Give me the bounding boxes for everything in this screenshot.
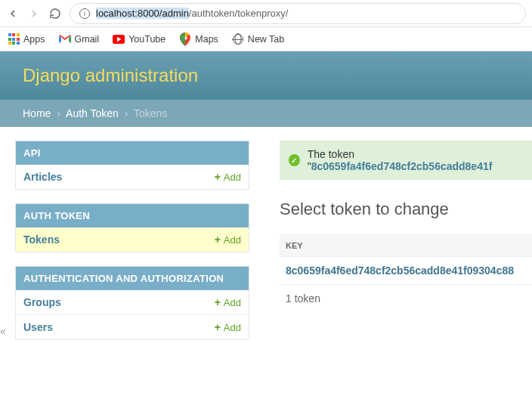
bookmark-maps-label: Maps: [195, 34, 218, 45]
module-auth-token: AUTH TOKEN Tokens +Add: [15, 203, 249, 252]
bookmarks-bar: Apps Gmail YouTube Maps New Tab: [0, 27, 532, 51]
sidebar-row-articles: Articles +Add: [16, 165, 249, 189]
sidebar-row-users: Users +Add: [16, 314, 249, 339]
plus-icon: +: [215, 233, 221, 246]
bookmark-youtube-label: YouTube: [128, 34, 165, 45]
success-message: ✓ The token "8c0659fa4f6ed748cf2cb56cadd…: [280, 141, 532, 180]
url-bar[interactable]: i localhost:8000/admin/authtoken/tokenpr…: [70, 3, 526, 24]
model-link-tokens[interactable]: Tokens: [23, 233, 60, 246]
success-token-link[interactable]: 8c0659fa4f6ed748cf2cb56cadd8e41f: [311, 160, 493, 172]
sidebar-row-tokens: Tokens +Add: [16, 227, 249, 252]
bookmark-maps[interactable]: Maps: [179, 33, 218, 45]
module-auth-token-caption: AUTH TOKEN: [16, 204, 249, 227]
success-text: The token "8c0659fa4f6ed748cf2cb56cadd8e…: [308, 148, 523, 172]
check-icon: ✓: [289, 154, 300, 166]
model-link-articles[interactable]: Articles: [23, 171, 62, 183]
bookmark-youtube[interactable]: YouTube: [113, 33, 165, 45]
bookmark-new-tab[interactable]: New Tab: [232, 33, 284, 45]
apps-icon: [8, 33, 20, 45]
add-link-tokens[interactable]: +Add: [215, 233, 241, 246]
add-link-groups[interactable]: +Add: [215, 296, 241, 308]
add-label: Add: [224, 322, 241, 333]
browser-toolbar: i localhost:8000/admin/authtoken/tokenpr…: [0, 0, 532, 27]
token-row-link[interactable]: 8c0659fa4f6ed748cf2cb56cadd8e41f09304c88: [286, 264, 514, 277]
model-link-groups[interactable]: Groups: [23, 296, 61, 308]
reload-button[interactable]: [48, 7, 62, 20]
module-api: API Articles +Add: [15, 141, 249, 190]
plus-icon: +: [215, 171, 221, 183]
page-title: Select token to change: [280, 199, 532, 219]
add-label: Add: [224, 172, 241, 183]
bookmark-new-tab-label: New Tab: [248, 34, 284, 45]
forward-button[interactable]: [27, 7, 41, 20]
site-title[interactable]: Django administration: [23, 65, 509, 86]
breadcrumb-home[interactable]: Home: [23, 107, 51, 119]
add-label: Add: [224, 234, 241, 246]
sidebar-collapse-handle[interactable]: «: [0, 325, 6, 337]
bookmark-gmail-label: Gmail: [75, 34, 100, 45]
django-admin-header: Django administration: [0, 51, 532, 100]
youtube-icon: [113, 33, 125, 45]
module-auth-caption: AUTHENTICATION AND AUTHORIZATION: [16, 267, 249, 290]
plus-icon: +: [215, 296, 221, 308]
bookmark-apps-label: Apps: [23, 34, 45, 45]
breadcrumb: Home › Auth Token › Tokens: [0, 100, 532, 127]
bookmark-gmail[interactable]: Gmail: [59, 33, 100, 45]
bookmark-apps[interactable]: Apps: [8, 33, 45, 45]
result-count: 1 token: [280, 284, 532, 305]
maps-icon: [179, 33, 191, 45]
admin-sidebar: API Articles +Add AUTH TOKEN Tokens +Add…: [0, 127, 249, 340]
back-button[interactable]: [6, 7, 20, 20]
breadcrumb-separator: ›: [57, 107, 60, 119]
add-link-users[interactable]: +Add: [215, 321, 241, 333]
plus-icon: +: [215, 321, 221, 333]
url-highlighted: localhost:8000/admin: [96, 8, 189, 19]
model-link-users[interactable]: Users: [23, 321, 53, 333]
module-auth: AUTHENTICATION AND AUTHORIZATION Groups …: [15, 266, 249, 340]
breadcrumb-current: Tokens: [134, 107, 167, 119]
url-text: localhost:8000/admin/authtoken/tokenprox…: [96, 8, 288, 19]
breadcrumb-separator: ›: [125, 107, 128, 119]
site-info-icon[interactable]: i: [79, 8, 90, 19]
main-content: ✓ The token "8c0659fa4f6ed748cf2cb56cadd…: [249, 127, 532, 340]
table-row: 8c0659fa4f6ed748cf2cb56cadd8e41f09304c88: [280, 257, 532, 284]
sidebar-row-groups: Groups +Add: [16, 290, 249, 314]
module-api-caption: API: [16, 141, 249, 165]
url-path: /authtoken/tokenproxy/: [189, 8, 289, 19]
add-link-articles[interactable]: +Add: [215, 171, 241, 183]
add-label: Add: [224, 297, 241, 308]
table-header-key[interactable]: KEY: [280, 234, 532, 257]
breadcrumb-auth-token[interactable]: Auth Token: [66, 107, 119, 119]
globe-icon: [232, 33, 244, 45]
gmail-icon: [59, 33, 71, 45]
